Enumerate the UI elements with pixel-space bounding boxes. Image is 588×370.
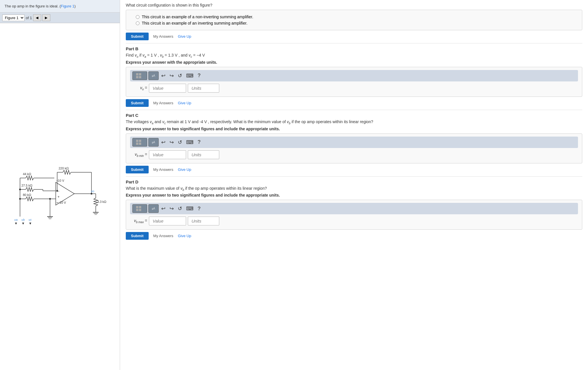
divider-cd (126, 176, 582, 177)
part-c-units-input[interactable] (188, 150, 219, 159)
part-b-var-label: vo = (130, 85, 147, 91)
part-c-keyboard-btn[interactable]: ⌨ (185, 139, 195, 146)
svg-text:27.5 kΩ: 27.5 kΩ (21, 184, 32, 187)
part-b-input-box: μÅ ↩ ↪ ↺ ⌨ ? vo = (126, 67, 582, 97)
part-a-question: What circuit configuration is shown in t… (126, 3, 582, 7)
svg-text:220 kΩ: 220 kΩ (59, 167, 69, 170)
part-d-var-label: vb max = (130, 218, 147, 224)
part-b-units-input[interactable] (188, 84, 219, 93)
svg-rect-59 (136, 206, 138, 208)
part-c-var-label: vb min = (130, 152, 147, 157)
part-c-submit-button[interactable]: Submit (126, 166, 149, 173)
svg-rect-62 (139, 209, 141, 211)
part-b-value-units-row: vo = (130, 84, 578, 93)
svg-rect-52 (139, 73, 141, 75)
part-c-give-up-link[interactable]: Give Up (178, 167, 191, 172)
part-d-submit-button[interactable]: Submit (126, 232, 149, 240)
svg-text:▼: ▼ (29, 221, 32, 225)
part-b-label: Part B (126, 46, 582, 51)
figure-select[interactable]: Figure 1 (2, 15, 25, 21)
part-a-radio-2[interactable] (136, 21, 139, 25)
part-d-toolbar-matrix-btn[interactable] (132, 204, 147, 213)
part-a-options-box: This circuit is an example of a non-inve… (126, 10, 582, 30)
part-b-toolbar-units-btn[interactable]: μÅ (148, 71, 159, 80)
part-d-label: Part D (126, 179, 582, 184)
part-c-description: The voltages va and vc remain at 1 V and… (126, 119, 582, 125)
part-a-give-up-link[interactable]: Give Up (178, 34, 191, 39)
problem-text: The op amp in the figure is ideal. (5, 4, 59, 8)
problem-info: The op amp in the figure is ideal. (Figu… (0, 0, 120, 13)
part-c-toolbar: μÅ ↩ ↪ ↺ ⌨ ? (130, 137, 578, 148)
part-c-undo-btn[interactable]: ↩ (160, 139, 167, 146)
part-a-option-2[interactable]: This circuit is an example of an inverti… (136, 21, 578, 25)
part-c-help-btn[interactable]: ? (196, 139, 202, 146)
svg-point-38 (49, 198, 51, 200)
figure-area: 44 kΩ 27.5 kΩ 80 kΩ 220 kΩ •10 V (0, 23, 120, 370)
part-c-toolbar-matrix-btn[interactable] (132, 138, 147, 147)
part-b-value-input[interactable] (149, 84, 186, 93)
part-b-keyboard-btn[interactable]: ⌨ (185, 72, 195, 79)
part-d-description: What is the maximum value of vb if the o… (126, 185, 582, 192)
part-c-submit-row: Submit My Answers Give Up (126, 166, 582, 173)
part-b-instruction: Express your answer with the appropriate… (126, 60, 582, 65)
part-c-redo-btn[interactable]: ↪ (168, 139, 175, 146)
part-c-value-units-row: vb min = (130, 150, 578, 159)
svg-text:▼: ▼ (14, 221, 18, 225)
part-a-option-1-label: This circuit is an example of a non-inve… (142, 15, 253, 19)
svg-rect-53 (136, 76, 138, 78)
part-d-toolbar: μÅ ↩ ↪ ↺ ⌨ ? (130, 203, 578, 214)
part-b-description: Find vo if va = 1 V , vb = 1.3 V , and v… (126, 52, 582, 59)
part-a-submit-button[interactable]: Submit (126, 33, 149, 40)
next-figure-button[interactable]: ▶ (42, 14, 50, 21)
divider-ab (126, 43, 582, 43)
part-d-value-input[interactable] (149, 217, 186, 225)
part-c-refresh-btn[interactable]: ↺ (176, 139, 184, 146)
svg-rect-57 (136, 143, 138, 145)
figure-link[interactable]: Figure 1 (61, 4, 75, 8)
figure-nav: Figure 1 of 1 ◀ ▶ (0, 13, 120, 23)
part-b-redo-btn[interactable]: ↪ (168, 72, 175, 79)
svg-rect-60 (139, 206, 141, 208)
part-c-value-input[interactable] (149, 150, 186, 159)
part-c-my-answers-label: My Answers (153, 167, 173, 172)
part-c-toolbar-units-btn[interactable]: μÅ (148, 138, 159, 147)
part-c-label: Part C (126, 113, 582, 118)
part-d-toolbar-units-btn[interactable]: μÅ (148, 204, 159, 213)
right-panel: What circuit configuration is shown in t… (120, 0, 588, 370)
part-a-question-text: What circuit configuration is shown in t… (126, 3, 212, 7)
part-d-value-units-row: vb max = (130, 217, 578, 225)
part-a-radio-1[interactable] (136, 15, 139, 19)
part-b-give-up-link[interactable]: Give Up (178, 101, 191, 105)
prev-figure-button[interactable]: ◀ (33, 14, 41, 21)
svg-rect-61 (136, 209, 138, 211)
part-d-keyboard-btn[interactable]: ⌨ (185, 205, 195, 212)
part-c-input-box: μÅ ↩ ↪ ↺ ⌨ ? vb min = (126, 133, 582, 163)
svg-rect-54 (139, 76, 141, 78)
svg-text:vb: vb (21, 218, 25, 221)
part-b-toolbar-matrix-btn[interactable] (132, 71, 147, 80)
svg-text:+: + (57, 195, 60, 199)
part-d-submit-row: Submit My Answers Give Up (126, 232, 582, 240)
part-d-undo-btn[interactable]: ↩ (160, 205, 167, 212)
svg-text:va: va (14, 218, 18, 221)
part-b-undo-btn[interactable]: ↩ (160, 72, 167, 79)
part-b-refresh-btn[interactable]: ↺ (176, 72, 184, 79)
part-b-help-btn[interactable]: ? (196, 72, 202, 79)
part-d-redo-btn[interactable]: ↪ (168, 205, 175, 212)
svg-rect-56 (139, 140, 141, 142)
svg-text:vo: vo (91, 189, 94, 193)
part-d-refresh-btn[interactable]: ↺ (176, 205, 184, 212)
part-d-units-input[interactable] (188, 217, 219, 225)
part-b-my-answers-label: My Answers (153, 101, 173, 105)
svg-rect-51 (136, 73, 138, 75)
svg-text:44 kΩ: 44 kΩ (23, 172, 31, 176)
part-b-submit-button[interactable]: Submit (126, 99, 149, 107)
part-a-option-2-label: This circuit is an example of an inverti… (142, 21, 248, 25)
circuit-diagram: 44 kΩ 27.5 kΩ 80 kΩ 220 kΩ •10 V (6, 154, 114, 239)
part-a-option-1[interactable]: This circuit is an example of a non-inve… (136, 15, 578, 19)
svg-point-26 (56, 190, 58, 192)
part-d-help-btn[interactable]: ? (196, 205, 202, 212)
part-d-give-up-link[interactable]: Give Up (178, 234, 191, 238)
svg-text:•−10 V: •−10 V (57, 201, 66, 204)
part-c-instruction: Express your answer to two significant f… (126, 127, 582, 131)
